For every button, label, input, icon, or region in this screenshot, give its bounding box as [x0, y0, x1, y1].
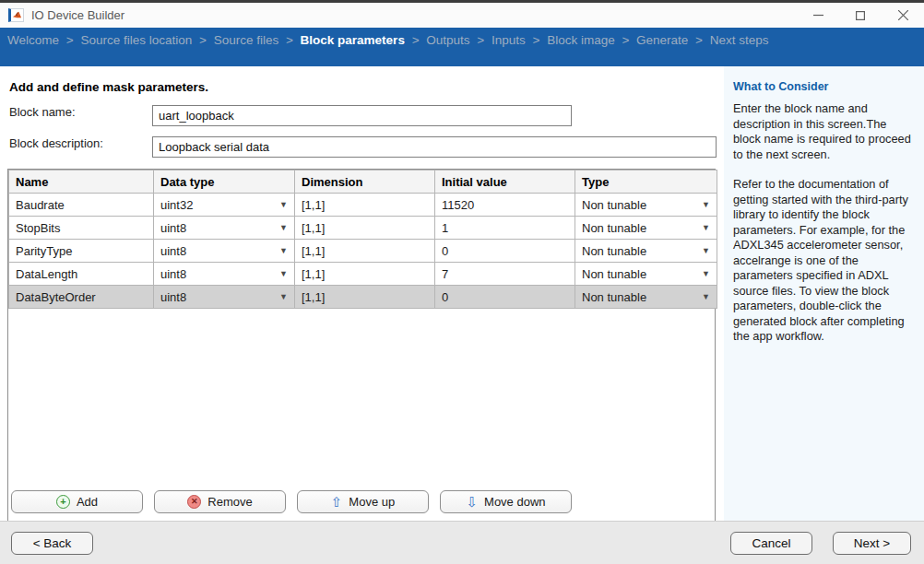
chevron-down-icon: ▼ [702, 269, 710, 278]
parameters-table: Name Data type Dimension Initial value T… [7, 169, 716, 544]
chevron-down-icon: ▼ [702, 223, 710, 232]
footer-bar: < Back Cancel Next > [0, 521, 924, 564]
minimize-button[interactable] [797, 3, 839, 28]
table-row[interactable]: StopBits uint8▼ [1,1] 1 Non tunable▼ [9, 217, 717, 240]
breadcrumb-step-block-parameters[interactable]: Block parameters [301, 33, 405, 47]
block-description-input[interactable] [152, 136, 717, 158]
page-title: Add and define mask parameters. [9, 80, 208, 94]
cancel-button[interactable]: Cancel [730, 532, 812, 555]
sidebar-paragraph: Refer to the documentation of getting st… [733, 177, 913, 345]
table-toolbar: + Add ✕ Remove ⇧ Move up ⇩ Move down [11, 490, 572, 513]
cell-name[interactable]: StopBits [9, 217, 154, 240]
cell-initial-value[interactable]: 1 [435, 217, 575, 240]
move-up-button[interactable]: ⇧ Move up [297, 490, 429, 513]
chevron-down-icon: ▼ [702, 292, 710, 301]
cell-initial-value[interactable]: 0 [435, 286, 575, 309]
breadcrumb-separator: > [405, 33, 426, 47]
cell-initial-value[interactable]: 0 [435, 240, 575, 263]
arrow-up-icon: ⇧ [331, 494, 343, 511]
block-description-label: Block description: [9, 136, 103, 150]
cell-name[interactable]: DataByteOrder [9, 286, 154, 309]
column-header-type: Type [575, 170, 717, 194]
cell-name[interactable]: ParityType [9, 240, 154, 263]
chevron-down-icon: ▼ [279, 200, 288, 209]
wizard-banner: Welcome > Source files location > Source… [0, 28, 924, 66]
table-row[interactable]: ParityType uint8▼ [1,1] 0 Non tunable▼ [9, 240, 717, 263]
breadcrumb-step-welcome[interactable]: Welcome [7, 33, 59, 47]
cell-dimension[interactable]: [1,1] [295, 263, 435, 286]
maximize-button[interactable] [839, 3, 882, 28]
cell-data-type-dropdown[interactable]: uint8▼ [154, 263, 295, 286]
sidebar-paragraph: Enter the block name and description in … [733, 101, 913, 162]
chevron-down-icon: ▼ [702, 246, 710, 255]
breadcrumb-separator: > [470, 33, 492, 47]
main-panel: Add and define mask parameters. Block na… [0, 66, 724, 521]
add-button[interactable]: + Add [11, 490, 143, 513]
chevron-down-icon: ▼ [279, 269, 288, 278]
cell-dimension[interactable]: [1,1] [295, 217, 435, 240]
breadcrumb-separator: > [526, 33, 547, 47]
window-title: IO Device Builder [31, 8, 124, 22]
breadcrumb-separator: > [192, 33, 213, 47]
breadcrumb-separator: > [59, 33, 80, 47]
block-name-label: Block name: [9, 105, 76, 119]
breadcrumb-step-source-files-location[interactable]: Source files location [80, 33, 192, 47]
breadcrumb-step-next-steps[interactable]: Next steps [710, 33, 769, 47]
column-header-dimension: Dimension [295, 170, 435, 194]
breadcrumb-separator: > [615, 33, 636, 47]
chevron-down-icon: ▼ [702, 200, 710, 209]
breadcrumb-step-block-image[interactable]: Block image [547, 33, 615, 47]
window-controls [797, 3, 924, 28]
help-sidebar: What to Consider Enter the block name an… [724, 66, 924, 521]
cell-type-dropdown[interactable]: Non tunable▼ [575, 194, 717, 217]
close-button[interactable] [882, 3, 924, 28]
cell-dimension[interactable]: [1,1] [295, 194, 435, 217]
block-name-input[interactable] [152, 105, 572, 126]
breadcrumb-separator: > [688, 33, 709, 47]
back-button[interactable]: < Back [11, 532, 93, 555]
table-row[interactable]: DataLength uint8▼ [1,1] 7 Non tunable▼ [9, 263, 717, 286]
breadcrumb: Welcome > Source files location > Source… [7, 33, 924, 47]
cell-initial-value[interactable]: 7 [435, 263, 575, 286]
column-header-data-type: Data type [154, 170, 295, 194]
cell-data-type-dropdown[interactable]: uint8▼ [154, 217, 295, 240]
table-row[interactable]: Baudrate uint32▼ [1,1] 11520 Non tunable… [9, 194, 717, 217]
cell-type-dropdown[interactable]: Non tunable▼ [575, 263, 717, 286]
titlebar: IO Device Builder [0, 3, 924, 28]
cell-dimension[interactable]: [1,1] [295, 286, 435, 309]
arrow-down-icon: ⇩ [466, 494, 478, 511]
cell-initial-value[interactable]: 11520 [435, 194, 575, 217]
cell-type-dropdown[interactable]: Non tunable▼ [575, 217, 717, 240]
table-row-selected[interactable]: DataByteOrder uint8▼ [1,1] 0 Non tunable… [9, 286, 717, 309]
cell-name[interactable]: DataLength [9, 263, 154, 286]
add-plus-icon: + [56, 495, 70, 509]
chevron-down-icon: ▼ [279, 292, 288, 301]
remove-cross-icon: ✕ [187, 495, 201, 509]
remove-button[interactable]: ✕ Remove [154, 490, 286, 513]
cell-data-type-dropdown[interactable]: uint32▼ [154, 194, 295, 217]
cell-data-type-dropdown[interactable]: uint8▼ [154, 286, 295, 309]
column-header-name: Name [9, 170, 154, 194]
move-down-button[interactable]: ⇩ Move down [440, 490, 572, 513]
cell-type-dropdown[interactable]: Non tunable▼ [575, 240, 717, 263]
table-header-row: Name Data type Dimension Initial value T… [9, 170, 717, 194]
matlab-icon [8, 8, 24, 22]
cell-type-dropdown[interactable]: Non tunable▼ [575, 286, 717, 309]
sidebar-title: What to Consider [733, 80, 913, 93]
breadcrumb-step-inputs[interactable]: Inputs [492, 33, 526, 47]
breadcrumb-step-outputs[interactable]: Outputs [426, 33, 469, 47]
column-header-initial-value: Initial value [435, 170, 575, 194]
breadcrumb-separator: > [278, 33, 300, 47]
cell-name[interactable]: Baudrate [9, 194, 154, 217]
cell-data-type-dropdown[interactable]: uint8▼ [154, 240, 295, 263]
next-button[interactable]: Next > [833, 532, 911, 555]
chevron-down-icon: ▼ [279, 246, 288, 255]
breadcrumb-step-source-files[interactable]: Source files [214, 33, 279, 47]
chevron-down-icon: ▼ [279, 223, 288, 232]
cell-dimension[interactable]: [1,1] [295, 240, 435, 263]
breadcrumb-step-generate[interactable]: Generate [636, 33, 688, 47]
